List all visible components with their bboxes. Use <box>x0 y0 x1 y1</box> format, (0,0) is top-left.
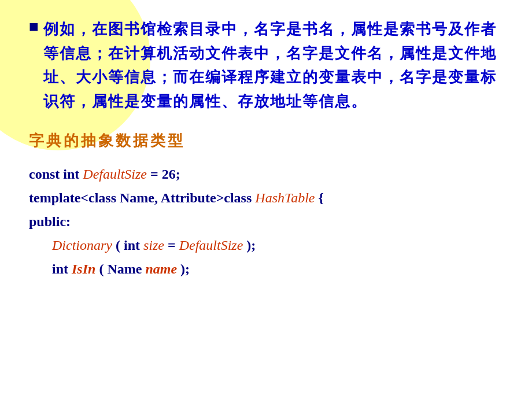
keyword-int-2: int <box>52 261 68 276</box>
main-content: ■ 例如，在图书馆检索目录中，名字是书名，属性是索书号及作者等信息；在计算机活动… <box>0 0 532 298</box>
equals-1: = <box>164 238 179 253</box>
code-line-4: Dictionary ( int size = DefaultSize ); <box>29 234 509 257</box>
assign-1: = 26; <box>147 167 180 182</box>
var-defaultsize: DefaultSize <box>83 167 147 182</box>
keyword-const: const int <box>29 167 83 182</box>
classref-dictionary: Dictionary <box>52 238 112 253</box>
param-defaultsize: DefaultSize <box>179 238 243 253</box>
classname-hashtable: HashTable <box>255 190 315 205</box>
paren-close-2: ); <box>177 261 190 276</box>
bullet-icon: ■ <box>29 19 39 35</box>
keyword-class: >class <box>216 190 256 205</box>
keyword-template: template<class <box>29 190 120 205</box>
code-line-3: public: <box>29 210 509 234</box>
keyword-public: public: <box>29 214 71 229</box>
code-line-5: int IsIn ( Name name ); <box>29 257 509 281</box>
param-name: name <box>142 261 177 276</box>
code-line-2: template<class Name, Attribute>class Has… <box>29 186 509 210</box>
space-2: IsIn <box>68 261 95 276</box>
template-params: Name, Attribute <box>120 190 216 205</box>
keyword-int-1: int <box>124 238 140 253</box>
section-title: 字典的抽象数据类型 <box>29 131 509 151</box>
param-size: size <box>143 238 164 253</box>
paren-close-1: ); <box>243 238 256 253</box>
paren-open-1: ( <box>112 238 124 253</box>
bullet-section: ■ 例如，在图书馆检索目录中，名字是书名，属性是索书号及作者等信息；在计算机活动… <box>29 17 509 113</box>
brace-open: { <box>315 190 323 205</box>
paren-open-2: ( <box>95 261 107 276</box>
keyword-name: Name <box>107 261 142 276</box>
code-line-1: const int DefaultSize = 26; <box>29 162 509 186</box>
code-block: const int DefaultSize = 26; template<cla… <box>29 162 509 280</box>
bullet-text: 例如，在图书馆检索目录中，名字是书名，属性是索书号及作者等信息；在计算机活动文件… <box>43 17 509 113</box>
